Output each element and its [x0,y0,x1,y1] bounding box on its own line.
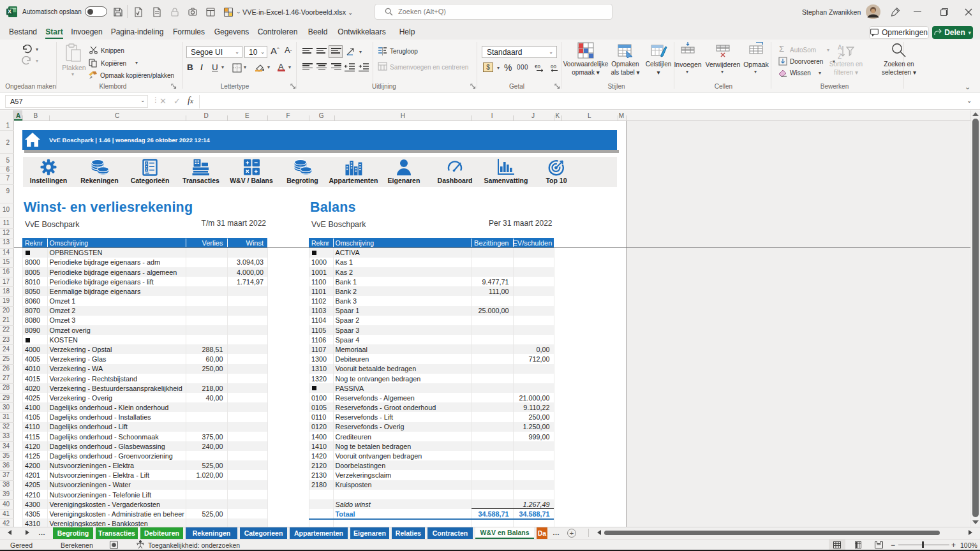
svg-text:€0: €0 [535,64,540,70]
svg-text:00: 00 [551,64,556,70]
svg-text:A: A [838,44,842,51]
svg-text:Z: Z [838,53,842,60]
svg-text:$: $ [486,64,490,71]
svg-text:X: X [8,8,11,15]
